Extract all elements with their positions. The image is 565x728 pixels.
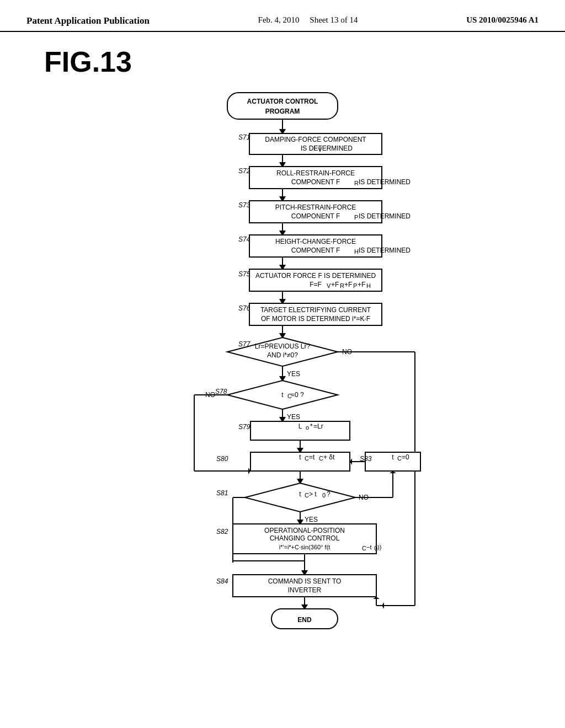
s76-text1: TARGET ELECTRIFYING CURRENT — [260, 306, 371, 314]
s80-sub1: C — [305, 455, 309, 462]
s75-plus2: +F — [344, 281, 352, 288]
s84-text1: COMMAND IS SENT TO — [268, 577, 342, 585]
s73-sub: P — [354, 214, 358, 221]
s82-text2: CHANGING CONTROL — [270, 534, 340, 542]
s72-sub: R — [354, 180, 359, 186]
s78-text2: =0 ? — [291, 391, 304, 399]
flowchart-svg-wrapper: .fc-text { font-family: Arial, sans-seri… — [106, 87, 459, 685]
page-header: Patent Application Publication Feb. 4, 2… — [0, 0, 565, 32]
s75-sub1: V — [327, 282, 331, 289]
figure-label: FIG.13 — [0, 32, 565, 78]
s75-text2: F=F — [310, 281, 322, 288]
label-s82: S82 — [216, 528, 228, 536]
s76-text2: OF MOTOR IS DETERMINED i*=K·F — [261, 315, 370, 323]
s78-yes: YES — [287, 413, 300, 421]
s81-text3: ? — [327, 490, 331, 498]
s81-sub2: 0 — [322, 492, 326, 499]
s74-text2: COMPONENT F — [291, 247, 340, 254]
s81-yes: YES — [305, 516, 318, 523]
s79-text1: L — [299, 422, 302, 430]
label-s79: S79 — [238, 423, 250, 431]
label-s76: S76 — [238, 304, 250, 312]
s72-text3: IS DETERMINED — [359, 178, 411, 186]
s75-plus3: +F — [358, 281, 365, 288]
flowchart: .fc-text { font-family: Arial, sans-seri… — [0, 78, 565, 707]
s82-text1: OPERATIONAL-POSITION — [264, 527, 345, 534]
s75-sub3: P — [353, 282, 357, 289]
s82-text4: −t — [366, 544, 371, 550]
s80-eq: =t — [309, 453, 315, 461]
start-text1: ACTUATOR CONTROL — [247, 98, 318, 105]
label-s75: S75 — [238, 270, 250, 278]
patent-number: US 2010/0025946 A1 — [466, 15, 539, 25]
s74-sub: H — [354, 248, 359, 255]
s74-text1: HEIGHT-CHANGE-FORCE — [275, 238, 356, 245]
s83-eq: =0 — [402, 453, 409, 461]
s81-text2: > t — [309, 490, 317, 498]
s74-text3: IS DETERMINED — [359, 247, 411, 254]
s72-text1: ROLL-RESTRAIN-FORCE — [276, 169, 355, 177]
flowchart-svg: .fc-text { font-family: Arial, sans-seri… — [106, 87, 459, 683]
s71-text2c: IS DETERMINED — [301, 144, 353, 152]
s73-text3: IS DETERMINED — [359, 212, 411, 220]
s82-sub1: C — [362, 545, 366, 552]
label-s72: S72 — [238, 167, 250, 175]
s71-text1: DAMPING-FORCE COMPONENT — [265, 136, 366, 143]
s79-star: * — [310, 422, 313, 430]
s82-text5: )) — [377, 544, 381, 550]
publication-label: Patent Application Publication — [26, 15, 150, 26]
s84-text2: INVERTER — [288, 586, 322, 594]
sheet: Sheet 13 of 14 — [310, 15, 358, 24]
s75-text1: ACTUATOR FORCE F IS DETERMINED — [255, 272, 376, 280]
s80-sub2: C — [319, 455, 323, 462]
label-s80: S80 — [216, 455, 228, 463]
label-s78: S78 — [215, 388, 227, 395]
s83-sub: C — [397, 455, 402, 462]
s75-sub4: H — [366, 282, 371, 289]
s80-plus: + δt — [323, 453, 335, 461]
label-s73: S73 — [238, 201, 250, 209]
label-s81: S81 — [216, 489, 228, 497]
s81-sub: C — [305, 492, 309, 499]
label-s71: S71 — [238, 133, 250, 141]
s77-text1: Lr=PREVIOUS Lr? — [255, 342, 311, 350]
date: Feb. 4, 2010 — [258, 15, 300, 24]
s72-text2: COMPONENT F — [291, 178, 340, 186]
s79-eq: =Lr — [313, 422, 323, 430]
s75-plus1: +F — [331, 281, 339, 288]
start-text2: PROGRAM — [265, 108, 300, 115]
s77-yes: YES — [287, 370, 300, 378]
s75-sub2: R — [340, 282, 344, 289]
s82-text3: i*'=i*+C·sin(360° f(t — [279, 544, 331, 550]
end-text: END — [297, 616, 312, 624]
s77-text2: AND i*≠0? — [267, 351, 298, 359]
s79-sub1: o — [306, 424, 309, 431]
label-s84: S84 — [216, 577, 228, 585]
date-sheet: Feb. 4, 2010 Sheet 13 of 14 — [258, 15, 358, 25]
s73-text2: COMPONENT F — [291, 212, 340, 220]
s73-text1: PITCH-RESTRAIN-FORCE — [275, 204, 356, 211]
label-s74: S74 — [238, 235, 250, 243]
